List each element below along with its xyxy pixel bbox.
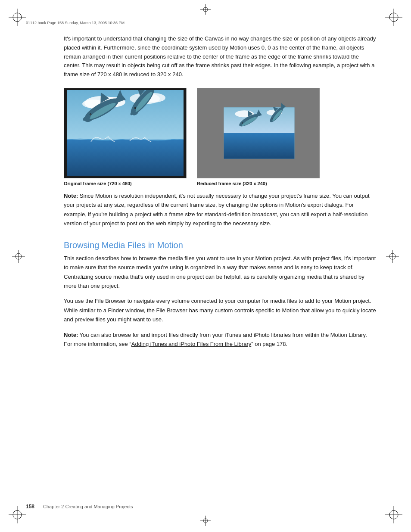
reg-mark-bottom-right	[385, 506, 402, 523]
svg-rect-25	[67, 140, 184, 176]
page-footer: 158 Chapter 2 Creating and Managing Proj…	[26, 504, 385, 510]
svg-rect-45	[224, 133, 295, 159]
image-box-right: Reduced frame size (320 x 240)	[197, 88, 320, 186]
section-paragraph2: You use the File Browser to navigate eve…	[64, 296, 377, 324]
note1-text: Since Motion is resolution independent, …	[64, 193, 370, 227]
images-row: Original frame size (720 x 480)	[64, 88, 377, 186]
intro-paragraph: It's important to understand that changi…	[64, 34, 377, 79]
image-frame-left	[64, 88, 187, 178]
svg-rect-24	[67, 90, 184, 140]
content-area: It's important to understand that changi…	[64, 34, 377, 498]
reg-mark-top-left	[9, 9, 26, 26]
footer-chapter: Chapter 2 Creating and Managing Projects	[43, 504, 133, 509]
header-text: 01112.book Page 158 Sunday, March 13, 20…	[26, 21, 125, 25]
note2-label: Note:	[64, 332, 78, 338]
top-center-cross	[200, 4, 211, 16]
left-image-caption: Original frame size (720 x 480)	[64, 181, 187, 186]
bottom-center-cross	[200, 516, 211, 528]
section-paragraph1: This section describes how to browse the…	[64, 254, 377, 291]
reg-mark-bottom-left	[9, 506, 26, 523]
note2-paragraph: Note: You can also browse for and import…	[64, 330, 377, 349]
note2-link[interactable]: Adding iTunes and iPhoto Files From the …	[131, 341, 251, 347]
page-number: 158	[26, 504, 34, 510]
margin-cross-left	[12, 250, 25, 264]
page-container: 01112.book Page 158 Sunday, March 13, 20…	[0, 0, 411, 532]
section-heading: Browsing Media Files in Motion	[64, 240, 377, 250]
right-image-caption: Reduced frame size (320 x 240)	[197, 181, 320, 186]
image-frame-right	[197, 88, 320, 178]
reg-mark-top-right	[385, 9, 402, 26]
note1-paragraph: Note: Since Motion is resolution indepen…	[64, 191, 377, 228]
page-header: 01112.book Page 158 Sunday, March 13, 20…	[26, 21, 385, 25]
note1-label: Note:	[64, 193, 78, 199]
margin-cross-right	[386, 250, 399, 264]
note2-text-after: ” on page 178.	[251, 341, 287, 347]
image-box-left: Original frame size (720 x 480)	[64, 88, 187, 186]
